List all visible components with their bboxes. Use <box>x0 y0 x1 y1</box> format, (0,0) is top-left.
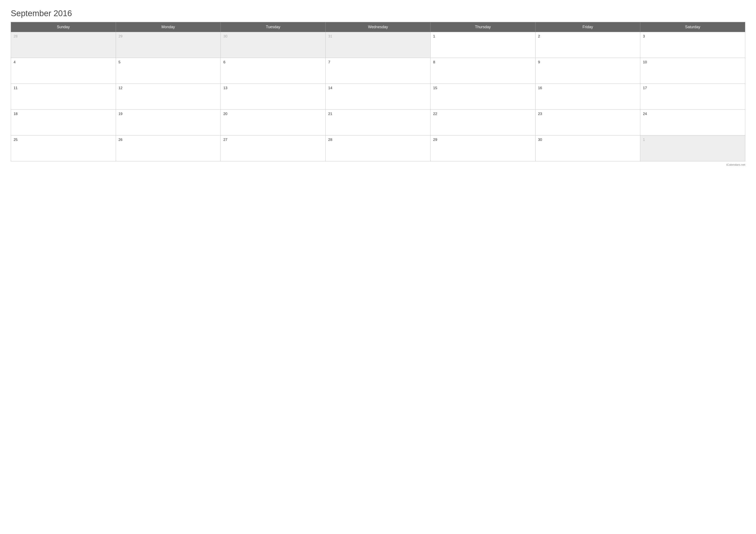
calendar-cell: 28 <box>11 32 116 58</box>
day-number: 13 <box>223 86 228 90</box>
calendar-cell: 9 <box>535 58 640 84</box>
day-number: 8 <box>433 60 435 64</box>
day-number: 11 <box>14 86 18 90</box>
header-day-monday: Monday <box>116 22 221 32</box>
calendar-body: 2829303112345678910111213141516171819202… <box>11 32 745 161</box>
footer: iCalendars.net <box>11 163 745 166</box>
header-day-friday: Friday <box>535 22 640 32</box>
calendar-cell: 10 <box>640 58 745 84</box>
day-number: 18 <box>14 112 18 116</box>
calendar-cell: 4 <box>11 58 116 84</box>
calendar-cell: 12 <box>116 84 221 110</box>
week-row-0: 28293031123 <box>11 32 745 58</box>
calendar-cell: 26 <box>116 136 221 161</box>
calendar-cell: 19 <box>116 110 221 136</box>
calendar-cell: 29 <box>430 136 535 161</box>
calendar-cell: 29 <box>116 32 221 58</box>
day-number: 28 <box>328 138 332 142</box>
day-number: 30 <box>223 34 228 38</box>
day-number: 22 <box>433 112 437 116</box>
calendar-header-row: SundayMondayTuesdayWednesdayThursdayFrid… <box>11 22 745 32</box>
calendar-cell: 22 <box>430 110 535 136</box>
day-number: 29 <box>433 138 437 142</box>
day-number: 9 <box>538 60 540 64</box>
header-day-wednesday: Wednesday <box>326 22 431 32</box>
calendar-cell: 14 <box>326 84 431 110</box>
calendar-cell: 27 <box>221 136 326 161</box>
calendar-cell: 5 <box>116 58 221 84</box>
calendar-cell: 1 <box>640 136 745 161</box>
calendar-cell: 30 <box>221 32 326 58</box>
day-number: 25 <box>14 138 18 142</box>
day-number: 21 <box>328 112 332 116</box>
calendar-title: September 2016 <box>11 9 745 18</box>
calendar-table: SundayMondayTuesdayWednesdayThursdayFrid… <box>11 22 745 161</box>
day-number: 15 <box>433 86 437 90</box>
calendar-cell: 24 <box>640 110 745 136</box>
calendar-cell: 13 <box>221 84 326 110</box>
calendar-cell: 8 <box>430 58 535 84</box>
day-number: 12 <box>119 86 122 90</box>
calendar-cell: 7 <box>326 58 431 84</box>
day-number: 5 <box>119 60 121 64</box>
calendar-cell: 28 <box>326 136 431 161</box>
calendar-cell: 30 <box>535 136 640 161</box>
header-day-sunday: Sunday <box>11 22 116 32</box>
day-number: 27 <box>223 138 228 142</box>
day-number: 16 <box>538 86 542 90</box>
calendar-cell: 3 <box>640 32 745 58</box>
day-number: 4 <box>14 60 15 64</box>
day-number: 2 <box>538 34 540 38</box>
calendar-cell: 23 <box>535 110 640 136</box>
day-number: 30 <box>538 138 542 142</box>
day-number: 7 <box>328 60 330 64</box>
calendar-cell: 21 <box>326 110 431 136</box>
day-number: 1 <box>433 34 435 38</box>
day-number: 1 <box>643 138 645 142</box>
day-number: 26 <box>119 138 122 142</box>
day-number: 24 <box>643 112 647 116</box>
calendar-cell: 31 <box>326 32 431 58</box>
week-row-2: 11121314151617 <box>11 84 745 110</box>
footer-text: iCalendars.net <box>726 163 745 166</box>
day-number: 17 <box>643 86 647 90</box>
day-number: 29 <box>119 34 122 38</box>
day-number: 28 <box>14 34 18 38</box>
calendar-cell: 18 <box>11 110 116 136</box>
calendar-cell: 25 <box>11 136 116 161</box>
week-row-1: 45678910 <box>11 58 745 84</box>
day-number: 20 <box>223 112 228 116</box>
header-day-saturday: Saturday <box>640 22 745 32</box>
calendar-cell: 6 <box>221 58 326 84</box>
calendar-cell: 11 <box>11 84 116 110</box>
day-number: 14 <box>328 86 332 90</box>
calendar-cell: 15 <box>430 84 535 110</box>
calendar-cell: 2 <box>535 32 640 58</box>
calendar-cell: 20 <box>221 110 326 136</box>
header-day-tuesday: Tuesday <box>221 22 326 32</box>
day-number: 10 <box>643 60 647 64</box>
day-number: 3 <box>643 34 645 38</box>
day-number: 6 <box>223 60 225 64</box>
day-number: 23 <box>538 112 542 116</box>
day-number: 31 <box>328 34 332 38</box>
week-row-4: 2526272829301 <box>11 136 745 161</box>
calendar-cell: 1 <box>430 32 535 58</box>
calendar-cell: 17 <box>640 84 745 110</box>
week-row-3: 18192021222324 <box>11 110 745 136</box>
day-number: 19 <box>119 112 122 116</box>
calendar-cell: 16 <box>535 84 640 110</box>
header-day-thursday: Thursday <box>430 22 535 32</box>
